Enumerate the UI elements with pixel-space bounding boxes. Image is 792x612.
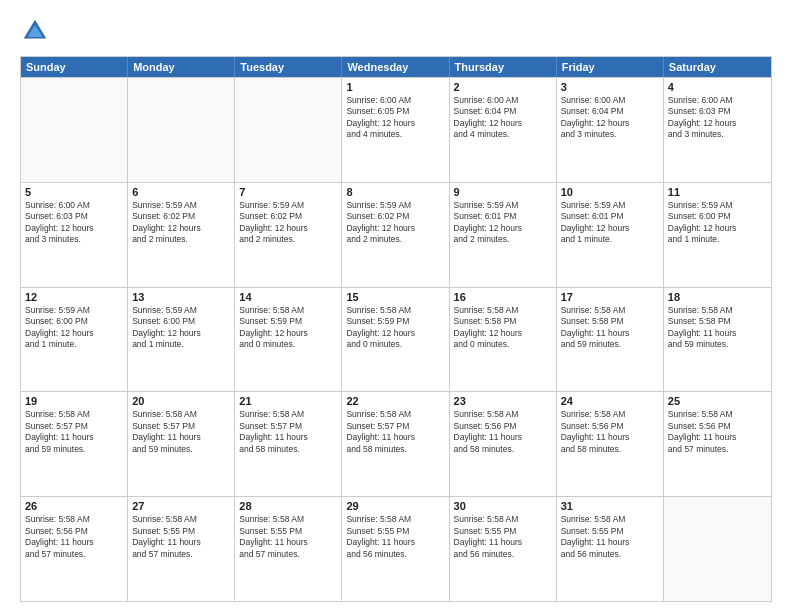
cell-info-text: Sunrise: 5:58 AM Sunset: 5:56 PM Dayligh…: [668, 409, 767, 455]
cell-day-number: 10: [561, 186, 659, 198]
cal-header-day-wednesday: Wednesday: [342, 57, 449, 77]
cell-day-number: 13: [132, 291, 230, 303]
cal-cell-day-29: 29Sunrise: 5:58 AM Sunset: 5:55 PM Dayli…: [342, 497, 449, 601]
cal-cell-day-25: 25Sunrise: 5:58 AM Sunset: 5:56 PM Dayli…: [664, 392, 771, 496]
cell-info-text: Sunrise: 5:58 AM Sunset: 5:56 PM Dayligh…: [454, 409, 552, 455]
cell-info-text: Sunrise: 5:58 AM Sunset: 5:57 PM Dayligh…: [25, 409, 123, 455]
cell-info-text: Sunrise: 5:58 AM Sunset: 5:58 PM Dayligh…: [668, 305, 767, 351]
cal-cell-day-16: 16Sunrise: 5:58 AM Sunset: 5:58 PM Dayli…: [450, 288, 557, 392]
cal-cell-day-4: 4Sunrise: 6:00 AM Sunset: 6:03 PM Daylig…: [664, 78, 771, 182]
cal-cell-day-14: 14Sunrise: 5:58 AM Sunset: 5:59 PM Dayli…: [235, 288, 342, 392]
cal-cell-day-5: 5Sunrise: 6:00 AM Sunset: 6:03 PM Daylig…: [21, 183, 128, 287]
cal-cell-day-23: 23Sunrise: 5:58 AM Sunset: 5:56 PM Dayli…: [450, 392, 557, 496]
cell-info-text: Sunrise: 5:58 AM Sunset: 5:58 PM Dayligh…: [561, 305, 659, 351]
cell-day-number: 1: [346, 81, 444, 93]
cal-cell-day-28: 28Sunrise: 5:58 AM Sunset: 5:55 PM Dayli…: [235, 497, 342, 601]
cell-info-text: Sunrise: 6:00 AM Sunset: 6:03 PM Dayligh…: [25, 200, 123, 246]
cal-cell-day-2: 2Sunrise: 6:00 AM Sunset: 6:04 PM Daylig…: [450, 78, 557, 182]
cell-info-text: Sunrise: 6:00 AM Sunset: 6:04 PM Dayligh…: [561, 95, 659, 141]
cell-day-number: 11: [668, 186, 767, 198]
calendar: SundayMondayTuesdayWednesdayThursdayFrid…: [20, 56, 772, 602]
cell-info-text: Sunrise: 5:59 AM Sunset: 6:01 PM Dayligh…: [561, 200, 659, 246]
cal-cell-day-10: 10Sunrise: 5:59 AM Sunset: 6:01 PM Dayli…: [557, 183, 664, 287]
cell-day-number: 14: [239, 291, 337, 303]
cell-day-number: 19: [25, 395, 123, 407]
cal-cell-day-11: 11Sunrise: 5:59 AM Sunset: 6:00 PM Dayli…: [664, 183, 771, 287]
cal-cell-day-24: 24Sunrise: 5:58 AM Sunset: 5:56 PM Dayli…: [557, 392, 664, 496]
cell-info-text: Sunrise: 5:58 AM Sunset: 5:55 PM Dayligh…: [561, 514, 659, 560]
cal-cell-day-22: 22Sunrise: 5:58 AM Sunset: 5:57 PM Dayli…: [342, 392, 449, 496]
cell-info-text: Sunrise: 5:58 AM Sunset: 5:59 PM Dayligh…: [239, 305, 337, 351]
cal-cell-day-7: 7Sunrise: 5:59 AM Sunset: 6:02 PM Daylig…: [235, 183, 342, 287]
cell-day-number: 27: [132, 500, 230, 512]
cell-day-number: 21: [239, 395, 337, 407]
cell-info-text: Sunrise: 5:59 AM Sunset: 6:00 PM Dayligh…: [132, 305, 230, 351]
cal-cell-day-19: 19Sunrise: 5:58 AM Sunset: 5:57 PM Dayli…: [21, 392, 128, 496]
cal-cell-day-17: 17Sunrise: 5:58 AM Sunset: 5:58 PM Dayli…: [557, 288, 664, 392]
cell-info-text: Sunrise: 5:58 AM Sunset: 5:57 PM Dayligh…: [346, 409, 444, 455]
calendar-row-0: 1Sunrise: 6:00 AM Sunset: 6:05 PM Daylig…: [21, 77, 771, 182]
cal-cell-day-12: 12Sunrise: 5:59 AM Sunset: 6:00 PM Dayli…: [21, 288, 128, 392]
cell-day-number: 23: [454, 395, 552, 407]
cal-cell-empty: [128, 78, 235, 182]
cell-day-number: 26: [25, 500, 123, 512]
cell-info-text: Sunrise: 5:58 AM Sunset: 5:55 PM Dayligh…: [454, 514, 552, 560]
calendar-row-3: 19Sunrise: 5:58 AM Sunset: 5:57 PM Dayli…: [21, 391, 771, 496]
page: SundayMondayTuesdayWednesdayThursdayFrid…: [0, 0, 792, 612]
cal-cell-day-13: 13Sunrise: 5:59 AM Sunset: 6:00 PM Dayli…: [128, 288, 235, 392]
cell-day-number: 24: [561, 395, 659, 407]
cell-info-text: Sunrise: 5:59 AM Sunset: 6:00 PM Dayligh…: [668, 200, 767, 246]
calendar-header: SundayMondayTuesdayWednesdayThursdayFrid…: [21, 57, 771, 77]
cal-header-day-friday: Friday: [557, 57, 664, 77]
cal-cell-day-27: 27Sunrise: 5:58 AM Sunset: 5:55 PM Dayli…: [128, 497, 235, 601]
cell-day-number: 16: [454, 291, 552, 303]
cell-info-text: Sunrise: 5:58 AM Sunset: 5:59 PM Dayligh…: [346, 305, 444, 351]
cell-day-number: 6: [132, 186, 230, 198]
cal-cell-empty: [664, 497, 771, 601]
cell-info-text: Sunrise: 5:58 AM Sunset: 5:55 PM Dayligh…: [132, 514, 230, 560]
cal-cell-day-21: 21Sunrise: 5:58 AM Sunset: 5:57 PM Dayli…: [235, 392, 342, 496]
calendar-row-4: 26Sunrise: 5:58 AM Sunset: 5:56 PM Dayli…: [21, 496, 771, 601]
cell-day-number: 25: [668, 395, 767, 407]
cell-info-text: Sunrise: 5:59 AM Sunset: 6:00 PM Dayligh…: [25, 305, 123, 351]
cell-day-number: 20: [132, 395, 230, 407]
cal-cell-day-20: 20Sunrise: 5:58 AM Sunset: 5:57 PM Dayli…: [128, 392, 235, 496]
cell-day-number: 30: [454, 500, 552, 512]
cal-header-day-saturday: Saturday: [664, 57, 771, 77]
logo: [20, 16, 54, 46]
cell-info-text: Sunrise: 5:58 AM Sunset: 5:55 PM Dayligh…: [239, 514, 337, 560]
cal-cell-day-30: 30Sunrise: 5:58 AM Sunset: 5:55 PM Dayli…: [450, 497, 557, 601]
cal-header-day-thursday: Thursday: [450, 57, 557, 77]
cal-cell-day-6: 6Sunrise: 5:59 AM Sunset: 6:02 PM Daylig…: [128, 183, 235, 287]
cell-info-text: Sunrise: 6:00 AM Sunset: 6:05 PM Dayligh…: [346, 95, 444, 141]
cell-day-number: 2: [454, 81, 552, 93]
cell-info-text: Sunrise: 5:58 AM Sunset: 5:57 PM Dayligh…: [132, 409, 230, 455]
cell-day-number: 8: [346, 186, 444, 198]
cell-info-text: Sunrise: 5:58 AM Sunset: 5:57 PM Dayligh…: [239, 409, 337, 455]
cell-info-text: Sunrise: 6:00 AM Sunset: 6:03 PM Dayligh…: [668, 95, 767, 141]
cell-day-number: 9: [454, 186, 552, 198]
cal-cell-day-1: 1Sunrise: 6:00 AM Sunset: 6:05 PM Daylig…: [342, 78, 449, 182]
cal-cell-empty: [21, 78, 128, 182]
logo-icon: [20, 16, 50, 46]
cal-cell-day-8: 8Sunrise: 5:59 AM Sunset: 6:02 PM Daylig…: [342, 183, 449, 287]
cell-info-text: Sunrise: 5:58 AM Sunset: 5:56 PM Dayligh…: [25, 514, 123, 560]
cell-day-number: 31: [561, 500, 659, 512]
cal-header-day-tuesday: Tuesday: [235, 57, 342, 77]
cell-day-number: 4: [668, 81, 767, 93]
cell-info-text: Sunrise: 6:00 AM Sunset: 6:04 PM Dayligh…: [454, 95, 552, 141]
cal-cell-day-15: 15Sunrise: 5:58 AM Sunset: 5:59 PM Dayli…: [342, 288, 449, 392]
cal-cell-day-18: 18Sunrise: 5:58 AM Sunset: 5:58 PM Dayli…: [664, 288, 771, 392]
cell-day-number: 15: [346, 291, 444, 303]
cal-cell-day-26: 26Sunrise: 5:58 AM Sunset: 5:56 PM Dayli…: [21, 497, 128, 601]
cell-info-text: Sunrise: 5:58 AM Sunset: 5:55 PM Dayligh…: [346, 514, 444, 560]
cell-info-text: Sunrise: 5:59 AM Sunset: 6:02 PM Dayligh…: [239, 200, 337, 246]
header: [20, 16, 772, 46]
cal-header-day-sunday: Sunday: [21, 57, 128, 77]
calendar-row-1: 5Sunrise: 6:00 AM Sunset: 6:03 PM Daylig…: [21, 182, 771, 287]
calendar-body: 1Sunrise: 6:00 AM Sunset: 6:05 PM Daylig…: [21, 77, 771, 601]
cell-day-number: 17: [561, 291, 659, 303]
cell-day-number: 28: [239, 500, 337, 512]
cal-header-day-monday: Monday: [128, 57, 235, 77]
cell-day-number: 5: [25, 186, 123, 198]
